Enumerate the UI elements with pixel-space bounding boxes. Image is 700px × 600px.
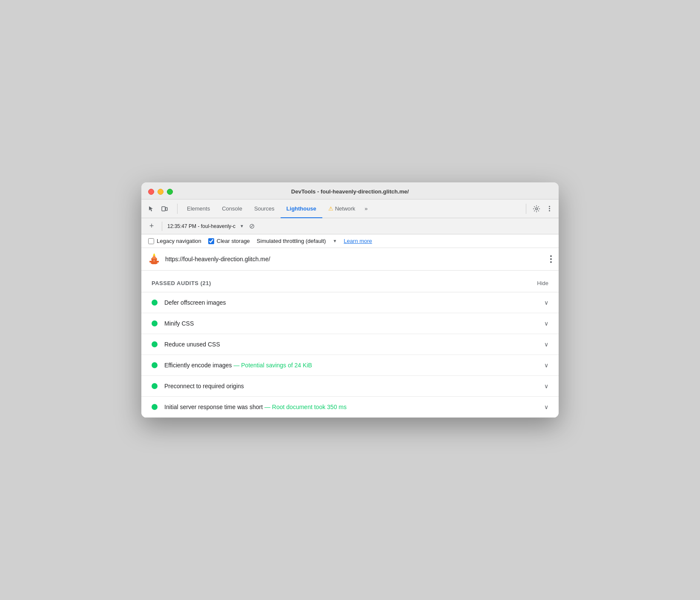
throttle-dropdown-arrow[interactable]: ▼ <box>333 239 337 243</box>
toolbar-divider <box>162 222 162 231</box>
dot <box>550 258 552 260</box>
learn-more-link[interactable]: Learn more <box>344 238 372 244</box>
throttle-dropdown[interactable]: ▼ <box>333 239 337 243</box>
url-row: https://foul-heavenly-direction.glitch.m… <box>141 248 559 271</box>
dot <box>550 261 552 263</box>
legacy-nav-checkbox[interactable] <box>148 238 154 244</box>
tab-console[interactable]: Console <box>216 199 248 218</box>
url-dropdown-arrow[interactable]: ▼ <box>240 224 244 228</box>
chevron-down-icon: ∨ <box>544 362 548 369</box>
pass-indicator-icon <box>152 383 158 389</box>
minimize-button[interactable] <box>158 189 164 195</box>
tab-sources[interactable]: Sources <box>248 199 281 218</box>
audit-title: Minify CSS <box>164 320 539 327</box>
maximize-button[interactable] <box>167 189 173 195</box>
chevron-down-icon: ∨ <box>544 320 548 327</box>
pass-indicator-icon <box>152 320 158 326</box>
svg-rect-0 <box>162 207 165 211</box>
audit-saving-text: — Root document took 350 ms <box>264 404 347 410</box>
pass-indicator-icon <box>152 404 158 410</box>
throttle-label: Simulated throttling (default) <box>257 238 326 244</box>
settings-button[interactable] <box>531 203 542 215</box>
devtools-window: DevTools - foul-heavenly-direction.glitc… <box>141 182 559 418</box>
devtools-tabs-bar: Elements Console Sources Lighthouse ⚠ Ne… <box>141 199 559 218</box>
tab-network[interactable]: ⚠ Network <box>322 199 361 218</box>
right-divider <box>526 204 526 214</box>
audit-title: Efficiently encode images — Potential sa… <box>164 362 539 369</box>
audit-list: Defer offscreen images ∨ Minify CSS ∨ Re… <box>141 292 559 418</box>
audit-title: Initial server response time was short —… <box>164 404 539 410</box>
svg-rect-9 <box>153 256 155 259</box>
passed-audits-title: PASSED AUDITS (21) <box>152 279 211 287</box>
audit-url: https://foul-heavenly-direction.glitch.m… <box>165 256 545 262</box>
tab-elements[interactable]: Elements <box>181 199 216 218</box>
cursor-icon <box>147 205 154 212</box>
device-toolbar-button[interactable] <box>158 203 170 215</box>
audit-title: Defer offscreen images <box>164 299 539 306</box>
svg-rect-6 <box>156 261 159 262</box>
svg-rect-1 <box>166 208 167 211</box>
add-button[interactable]: + <box>146 221 157 231</box>
pass-indicator-icon <box>152 300 158 306</box>
lighthouse-logo-icon <box>148 252 160 266</box>
audit-item[interactable]: Reduce unused CSS ∨ <box>141 334 559 355</box>
tab-overflow-button[interactable]: » <box>361 205 371 212</box>
clear-storage-label[interactable]: Clear storage <box>208 238 250 244</box>
cursor-icon-button[interactable] <box>145 203 157 215</box>
svg-rect-4 <box>151 262 158 264</box>
url-more-options-button[interactable] <box>550 255 552 263</box>
audit-item[interactable]: Efficiently encode images — Potential sa… <box>141 355 559 376</box>
passed-audits-header: PASSED AUDITS (21) Hide <box>141 271 559 292</box>
vertical-dots-icon <box>549 206 550 211</box>
more-options-button[interactable] <box>543 203 555 215</box>
tab-lighthouse[interactable]: Lighthouse <box>281 199 322 218</box>
window-title: DevTools - foul-heavenly-direction.glitc… <box>291 188 409 195</box>
main-content: PASSED AUDITS (21) Hide Defer offscreen … <box>141 271 559 418</box>
audit-item[interactable]: Defer offscreen images ∨ <box>141 292 559 313</box>
svg-marker-10 <box>153 253 155 256</box>
chevron-down-icon: ∨ <box>544 341 548 348</box>
url-timestamp: 12:35:47 PM - foul-heavenly-c <box>167 223 235 229</box>
devtools-right-icons <box>522 203 555 215</box>
devtools-icon-group <box>145 203 170 215</box>
pass-indicator-icon <box>152 362 158 368</box>
close-button[interactable] <box>148 189 154 195</box>
legacy-nav-label[interactable]: Legacy navigation <box>148 238 201 244</box>
pass-indicator-icon <box>152 341 158 347</box>
audit-item[interactable]: Initial server response time was short —… <box>141 397 559 418</box>
audit-saving-text: — Potential savings of 24 KiB <box>233 362 312 369</box>
dot <box>550 255 552 257</box>
chevron-down-icon: ∨ <box>544 383 548 389</box>
audit-item[interactable]: Preconnect to required origins ∨ <box>141 376 559 397</box>
title-bar: DevTools - foul-heavenly-direction.glitc… <box>141 182 559 199</box>
hide-button[interactable]: Hide <box>537 280 548 286</box>
toolbar-row: + 12:35:47 PM - foul-heavenly-c ▼ ⊘ <box>141 218 559 234</box>
audit-title: Reduce unused CSS <box>164 341 539 348</box>
chevron-down-icon: ∨ <box>544 299 548 306</box>
device-icon <box>161 205 168 212</box>
block-requests-icon[interactable]: ⊘ <box>249 222 255 230</box>
tab-divider <box>177 204 178 214</box>
svg-point-11 <box>153 260 155 262</box>
chevron-down-icon: ∨ <box>544 404 548 410</box>
options-row: Legacy navigation Clear storage Simulate… <box>141 234 559 248</box>
audit-title: Preconnect to required origins <box>164 383 539 389</box>
gear-icon <box>533 205 540 213</box>
svg-point-2 <box>536 208 538 210</box>
clear-storage-checkbox[interactable] <box>208 238 214 244</box>
svg-rect-5 <box>149 261 152 262</box>
audit-item[interactable]: Minify CSS ∨ <box>141 313 559 334</box>
traffic-lights <box>148 189 173 195</box>
warning-triangle-icon: ⚠ <box>328 205 333 212</box>
